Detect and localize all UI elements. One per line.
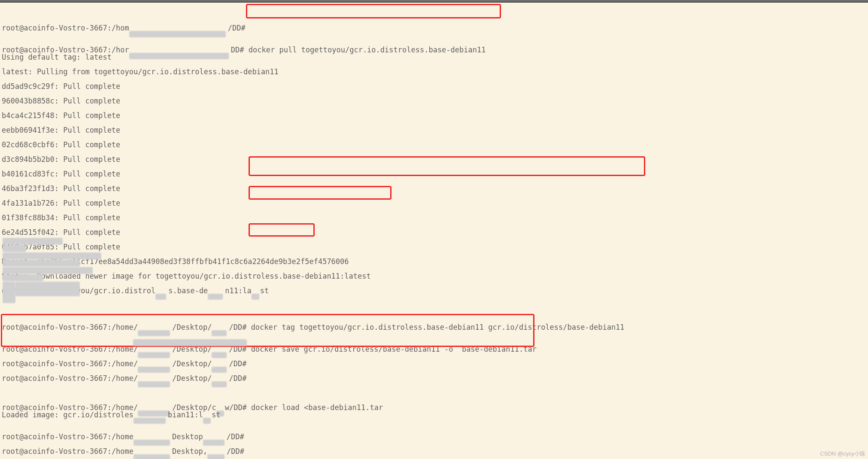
layer: 6e24d515f042: Pull complete <box>2 229 866 236</box>
layer: 960043b8858c: Pull complete <box>2 97 866 105</box>
watermark: CSDN @cycy小陈 <box>820 450 865 457</box>
prompt-line: root@acoinfo-Vostro-3667:/home//Desktop/… <box>2 316 866 324</box>
prompt-path: /home/ <box>112 323 138 331</box>
prompt-suffix: /DD# <box>228 24 246 32</box>
layer: dd5ad9c9c29f: Pull complete <box>2 83 866 90</box>
prompt-line: root@acoinfo-Vostro-3667:/horDD# docker … <box>2 39 866 46</box>
dockerio-line: docker.io/togettoyou/gcr.io.distrols.bas… <box>2 287 866 295</box>
pull-from: latest: Pulling from togettoyou/gcr.io.d… <box>2 68 866 76</box>
prompt-host: root@acoinfo-Vostro-3667: <box>2 323 112 331</box>
prompt-suffix: /DD# <box>229 323 246 331</box>
prompt-path: /hom <box>112 24 129 32</box>
layer: eebb06941f3e: Pull complete <box>2 127 866 134</box>
prompt-line: root@acoinfo-Vostro-3667:/homeDesktop/DD… <box>2 433 866 441</box>
layer: d3c894b5b2b0: Pull complete <box>2 156 866 163</box>
terminal-output[interactable]: root@acoinfo-Vostro-3667:/hom/DD# root@a… <box>0 3 868 459</box>
prompt-desktop: /Desktop/ <box>172 323 212 331</box>
docker-save-cmd: docker save gcr.io/distroless/base-debia… <box>251 345 537 353</box>
prompt-line: root@acoinfo-Vostro-3667:/home//Desktop/… <box>2 360 866 368</box>
layer: 0460cb7a0f85: Pull complete <box>2 243 866 251</box>
layer: 02cd68c0cbf6: Pull complete <box>2 141 866 149</box>
redacted <box>3 252 101 259</box>
redacted <box>15 282 80 296</box>
redacted <box>3 260 80 267</box>
prompt-line: root@acoinfo-Vostro-3667:/hom/DD# <box>2 17 866 24</box>
loaded-line: Loaded image: gcr.io/distrolesbian11:lst <box>2 411 866 419</box>
docker-load-cmd: docker load <base-debian11.tar <box>251 403 383 412</box>
layer: 46ba3f23f1d3: Pull complete <box>2 185 866 192</box>
prompt-line: root@acoinfo-Vostro-3667:/home//Desktop/… <box>2 397 866 404</box>
docker-pull-cmd: docker pull togettoyou/gcr.io.distroless… <box>244 46 486 54</box>
prompt-line: root@acoinfo-Vostro-3667:/home//Desktop/… <box>2 375 866 382</box>
prompt-path: /hor <box>112 46 129 54</box>
redacted <box>3 245 26 252</box>
prompt-line: root@acoinfo-Vostro-3667:/homeDesktop,/D… <box>2 448 866 455</box>
layer: 01f38fc88b34: Pull complete <box>2 214 866 222</box>
redacted <box>133 339 247 346</box>
digest: Digest: sha256:c11cf17ee8a54dd3a44908ed3… <box>2 258 866 265</box>
prompt-line: root@acoinfo-Vostro-3667:/home//Desktop/… <box>2 338 866 346</box>
layer: b4ca4c215f48: Pull complete <box>2 112 866 119</box>
redacted <box>3 238 63 245</box>
docker-tag-cmd: docker tag togettoyou/gcr.io.distroless.… <box>251 323 625 331</box>
status-line: Status: Downloaded newer image for toget… <box>2 273 866 280</box>
layer: 4fa131a1b726: Pull complete <box>2 200 866 207</box>
redacted <box>3 274 43 281</box>
redacted <box>3 267 93 274</box>
pull-default: Using default tag: latest <box>2 54 866 61</box>
layer: b40161cd83fc: Pull complete <box>2 170 866 178</box>
redacted <box>3 282 15 303</box>
prompt-host: root@acoinfo-Vostro-3667: <box>2 24 112 32</box>
